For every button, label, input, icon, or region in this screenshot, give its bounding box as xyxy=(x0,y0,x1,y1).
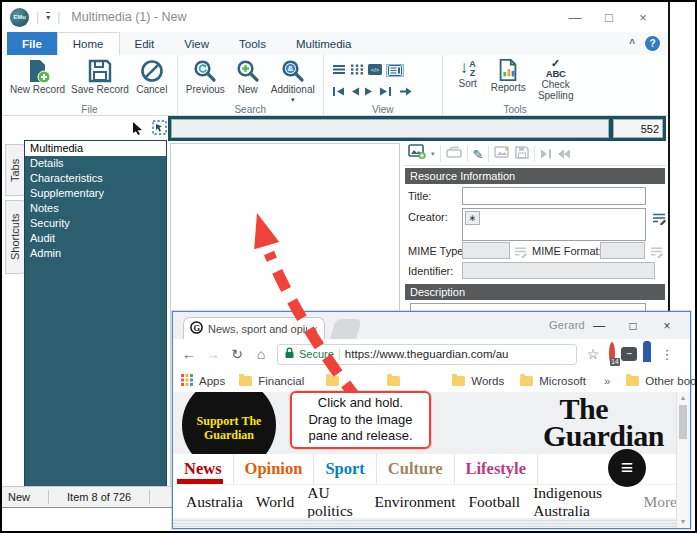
new-tab-button[interactable] xyxy=(330,319,362,339)
rewind-icon[interactable] xyxy=(557,145,571,163)
browser-tab[interactable]: G News, sport and opinion × xyxy=(183,317,325,339)
quick-access-dropdown-icon[interactable]: ▾ xyxy=(46,12,50,22)
sidebar-item-details[interactable]: Details xyxy=(25,156,166,171)
bookmark-folder-financial[interactable]: Financial xyxy=(239,375,304,387)
list-view-icon[interactable] xyxy=(332,61,346,79)
marquee-select-icon[interactable] xyxy=(152,120,167,139)
browser-maximize-button[interactable]: □ xyxy=(616,319,650,333)
nav-au-politics[interactable]: AU politics xyxy=(307,484,361,520)
collapse-ribbon-icon[interactable]: ^ xyxy=(629,38,635,49)
nav-environment[interactable]: Environment xyxy=(375,493,456,511)
browser-menu-icon[interactable]: ⋮ xyxy=(659,347,675,362)
scan-icon[interactable] xyxy=(446,145,462,163)
app-icon[interactable]: EMu xyxy=(10,8,29,27)
tab-edit[interactable]: Edit xyxy=(120,32,170,55)
home-icon[interactable]: ⌂ xyxy=(249,346,273,362)
address-bar[interactable]: Secure https://www.theguardian.com/au xyxy=(277,344,577,365)
check-spelling-button[interactable]: ✓ABC Check Spelling xyxy=(530,57,582,102)
sidebar-tab-tabs[interactable]: Tabs xyxy=(5,144,25,196)
edit-image-icon[interactable] xyxy=(494,145,510,163)
bookmark-apps[interactable]: Apps xyxy=(181,374,225,388)
tab-tools[interactable]: Tools xyxy=(224,32,281,55)
mime-type-lookup-icon[interactable] xyxy=(514,244,527,262)
add-image-icon[interactable] xyxy=(408,144,426,164)
new-search-button[interactable]: New xyxy=(229,57,267,97)
sidebar-item-admin[interactable]: Admin xyxy=(25,246,166,261)
tab-home[interactable]: Home xyxy=(57,32,120,55)
bookmark-folder-hidden-1[interactable] xyxy=(326,376,339,386)
creator-list-edit-icon[interactable] xyxy=(652,211,666,229)
previous-search-button[interactable]: Previous xyxy=(184,57,227,97)
sidebar-item-multimedia[interactable]: Multimedia xyxy=(25,141,166,156)
extension-dots-icon[interactable]: ··· xyxy=(621,347,637,361)
save-record-button[interactable]: Save Record xyxy=(69,57,131,97)
title-input[interactable] xyxy=(462,187,646,205)
nav-opinion[interactable]: Opinion xyxy=(234,454,315,484)
tab-file[interactable]: File xyxy=(7,32,57,55)
first-record-icon[interactable] xyxy=(332,83,345,101)
mime-type-input[interactable] xyxy=(462,242,510,259)
scroll-up-icon[interactable]: ▲ xyxy=(680,394,687,402)
forward-icon[interactable]: → xyxy=(201,346,225,362)
cancel-button[interactable]: Cancel xyxy=(133,57,171,97)
tab-multimedia[interactable]: Multimedia xyxy=(281,32,367,55)
sidebar-item-security[interactable]: Security xyxy=(25,216,166,231)
grid-view-icon[interactable] xyxy=(350,61,364,79)
goto-record-icon[interactable] xyxy=(399,83,413,101)
guardian-logo[interactable]: The Guardian xyxy=(543,396,664,450)
new-record-button[interactable]: New Record xyxy=(8,57,67,97)
nav-world[interactable]: World xyxy=(256,493,294,511)
mime-format-input[interactable] xyxy=(600,242,645,259)
sidebar-item-notes[interactable]: Notes xyxy=(25,201,166,216)
nav-culture[interactable]: Culture xyxy=(377,454,455,484)
profile-name[interactable]: Gerard xyxy=(549,319,585,331)
nav-australia[interactable]: Australia xyxy=(186,493,243,511)
last-record-icon[interactable] xyxy=(379,83,392,101)
creator-asterisk-button[interactable]: ∗ xyxy=(465,211,480,225)
code-view-icon[interactable]: </> xyxy=(368,61,382,79)
extension-red-icon[interactable]: 14 xyxy=(609,345,615,363)
reports-button[interactable]: Reports xyxy=(489,57,528,95)
browser-minimize-button[interactable]: — xyxy=(582,319,616,333)
nav-football[interactable]: Football xyxy=(468,493,520,511)
additional-search-button[interactable]: & Additional ▾ xyxy=(269,57,317,104)
save-image-icon[interactable] xyxy=(515,145,529,163)
minimize-button[interactable]: — xyxy=(558,10,592,25)
bookmark-folder-microsoft[interactable]: Microsoft xyxy=(520,375,586,387)
play-pause-icon[interactable] xyxy=(540,145,552,163)
nav-sport[interactable]: Sport xyxy=(314,454,376,484)
extension-arc-icon[interactable] xyxy=(643,345,651,363)
back-icon[interactable]: ← xyxy=(177,346,201,362)
scroll-down-icon[interactable]: ▼ xyxy=(680,518,687,526)
sidebar-item-audit[interactable]: Audit xyxy=(25,231,166,246)
tab-close-icon[interactable]: × xyxy=(312,323,318,335)
mime-format-lookup-icon[interactable] xyxy=(650,244,663,262)
cursor-icon[interactable] xyxy=(131,121,144,139)
next-record-icon[interactable] xyxy=(364,83,375,101)
identifier-input[interactable] xyxy=(462,262,655,279)
nav-lifestyle[interactable]: Lifestyle xyxy=(455,454,538,484)
nav-more[interactable]: More xyxy=(643,493,677,511)
summary-field[interactable] xyxy=(171,119,609,138)
guardian-menu-button[interactable]: ≡ xyxy=(608,449,646,487)
add-image-dropdown-icon[interactable]: ▾ xyxy=(431,150,435,158)
browser-close-button[interactable]: × xyxy=(650,319,684,333)
previous-record-icon[interactable] xyxy=(349,83,360,101)
bookmark-folder-hidden-2[interactable] xyxy=(387,376,400,386)
creator-input[interactable]: ∗ xyxy=(462,208,646,241)
sidebar-tab-shortcuts[interactable]: Shortcuts xyxy=(5,200,25,274)
edit-pen-icon[interactable]: ✎ xyxy=(473,148,484,161)
record-count-field[interactable]: 552 xyxy=(613,119,663,138)
close-button[interactable]: × xyxy=(626,10,660,25)
nav-indigenous-australia[interactable]: Indigenous Australia xyxy=(533,484,630,520)
maximize-button[interactable]: □ xyxy=(592,10,626,25)
sidebar-item-supplementary[interactable]: Supplementary xyxy=(25,186,166,201)
bookmark-star-icon[interactable]: ☆ xyxy=(583,346,603,362)
page-scrollbar[interactable]: ▲ ▼ xyxy=(676,392,690,528)
tab-view[interactable]: View xyxy=(169,32,224,55)
bookmarks-overflow-icon[interactable]: » xyxy=(604,375,610,387)
bookmark-folder-words[interactable]: Words xyxy=(452,375,504,387)
reload-icon[interactable]: ↻ xyxy=(225,346,249,362)
bookmark-other-bookmarks[interactable]: Other bookmarks xyxy=(626,375,697,387)
nav-news[interactable]: News xyxy=(173,454,234,484)
